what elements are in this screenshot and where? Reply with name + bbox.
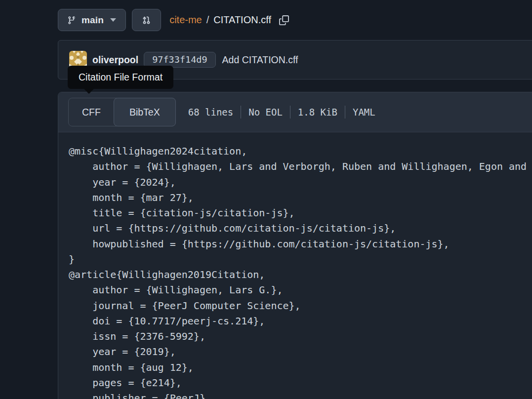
code-line: pages = {e214}, bbox=[69, 375, 532, 391]
commit-author-link[interactable]: oliverpool bbox=[92, 54, 138, 66]
file-header: CFFBibTeX 68 linesNo EOL1.8 KiBYAML bbox=[58, 92, 532, 132]
code-line: year = {2024}, bbox=[69, 175, 532, 190]
code-line: author = {Willighagen, Lars and Verborgh… bbox=[69, 159, 532, 174]
code-line: @misc{Willighagen2024citation, bbox=[69, 144, 532, 159]
code-line: publisher = {PeerJ} bbox=[69, 391, 532, 399]
stat-item: 1.8 KiB bbox=[298, 107, 337, 118]
code-line: doi = {10.7717/peerj-cs.214}, bbox=[69, 314, 532, 329]
code-line: month = {mar 27}, bbox=[69, 190, 532, 205]
code-line: @article{Willighagen2019Citation, bbox=[69, 267, 532, 282]
tooltip-arrow bbox=[84, 89, 94, 94]
code-line: howpublished = {https://github.com/citat… bbox=[69, 237, 532, 252]
code-line: issn = {2376-5992}, bbox=[69, 329, 532, 344]
git-compare-icon bbox=[142, 15, 151, 25]
code-line: } bbox=[69, 252, 532, 267]
branch-select-button[interactable]: main bbox=[58, 9, 126, 31]
file-view-box: CFFBibTeX 68 linesNo EOL1.8 KiBYAML @mis… bbox=[58, 92, 532, 399]
stat-item: 68 lines bbox=[188, 107, 234, 118]
code-view: @misc{Willighagen2024citation, author = … bbox=[58, 132, 532, 399]
stat-divider bbox=[241, 106, 241, 119]
tooltip-citation-file-format: Citation File Format bbox=[68, 66, 173, 89]
code-line: month = {aug 12}, bbox=[69, 360, 532, 375]
stat-item: No EOL bbox=[248, 107, 283, 118]
chevron-down-icon bbox=[110, 18, 116, 22]
file-stats: 68 linesNo EOL1.8 KiBYAML bbox=[188, 106, 375, 119]
breadcrumb-repo-link[interactable]: cite-me bbox=[169, 14, 202, 26]
code-line: year = {2019}, bbox=[69, 344, 532, 359]
branch-name: main bbox=[82, 15, 104, 26]
tab-bibtex[interactable]: BibTeX bbox=[114, 98, 176, 126]
code-line: url = {https://github.com/citation-js/ci… bbox=[69, 221, 532, 236]
file-render-tabs: CFFBibTeX bbox=[68, 98, 176, 126]
stat-divider bbox=[345, 106, 345, 119]
commit-message: Add CITATION.cff bbox=[222, 54, 298, 66]
code-line: title = {citation-js/citation-js}, bbox=[69, 205, 532, 221]
tooltip-text: Citation File Format bbox=[79, 72, 163, 83]
copy-path-button[interactable] bbox=[279, 15, 289, 25]
file-view-toolbar: main cite-me / CITATION.cff bbox=[58, 9, 289, 31]
tab-cff[interactable]: CFF bbox=[69, 98, 114, 126]
stat-divider bbox=[290, 106, 290, 119]
breadcrumb-separator: / bbox=[206, 14, 209, 26]
breadcrumb: cite-me / CITATION.cff bbox=[169, 14, 289, 26]
code-line: author = {Willighagen, Lars G.}, bbox=[69, 282, 532, 298]
breadcrumb-file-name: CITATION.cff bbox=[213, 14, 271, 26]
git-branch-icon bbox=[67, 16, 76, 25]
compare-button[interactable] bbox=[132, 9, 161, 31]
stat-item: YAML bbox=[353, 107, 375, 118]
copy-icon bbox=[279, 15, 289, 25]
code-line: journal = {PeerJ Computer Science}, bbox=[69, 298, 532, 314]
